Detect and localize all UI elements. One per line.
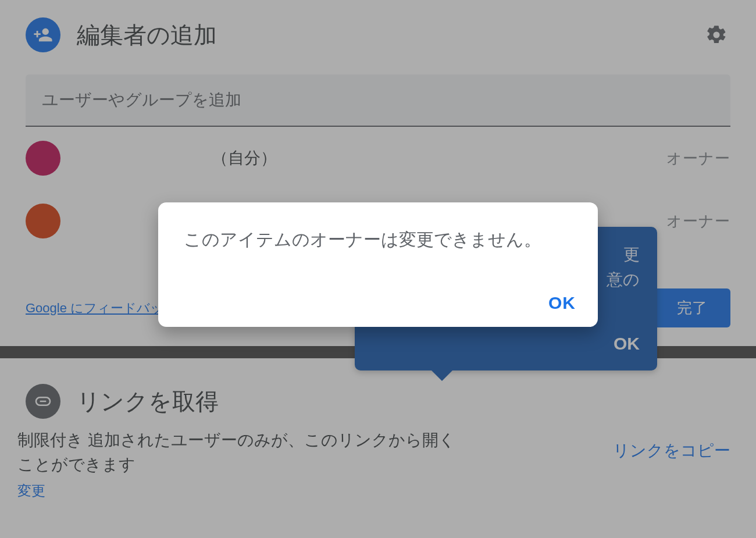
alert-modal: このアイテムのオーナーは変更できません。 OK: [158, 202, 598, 327]
alert-message: このアイテムのオーナーは変更できません。: [184, 228, 572, 252]
alert-ok-button[interactable]: OK: [548, 293, 576, 313]
